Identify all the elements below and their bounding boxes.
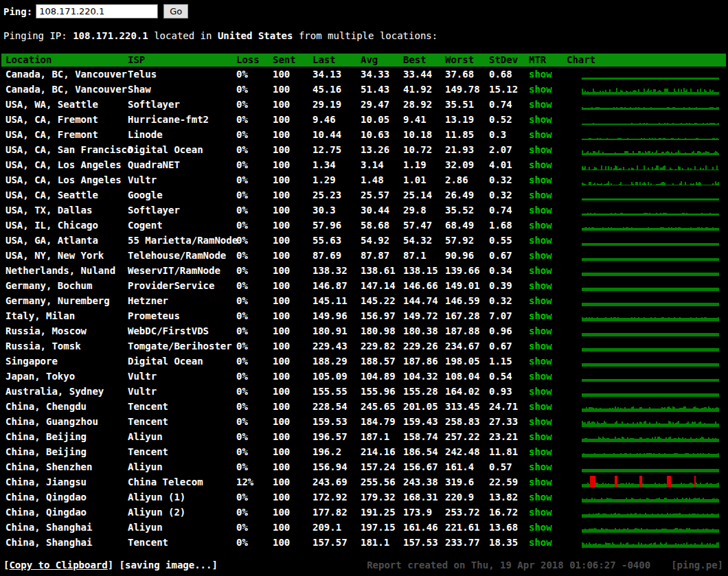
mtr-show-link[interactable]: show <box>529 492 552 503</box>
copy-to-clipboard-link[interactable]: [Copy to Clipboard] <box>3 560 113 571</box>
cell-stdev: 0.67 <box>489 248 529 263</box>
table-row: China, Qingdao Aliyun (2) 0% 100 177.82 … <box>1 505 726 520</box>
cell-last: 45.16 <box>312 82 361 97</box>
cell-loss: 0% <box>236 82 273 97</box>
cell-isp: Softlayer <box>128 203 236 218</box>
intro-mid: located in <box>148 30 218 41</box>
cell-loss: 0% <box>236 354 273 369</box>
mtr-show-link[interactable]: show <box>529 99 552 110</box>
mtr-show-link[interactable]: show <box>529 280 552 291</box>
cell-last: 105.09 <box>312 369 361 384</box>
mtr-show-link[interactable]: show <box>529 476 552 487</box>
cell-isp: Linode <box>128 127 236 142</box>
mtr-show-link[interactable]: show <box>529 265 552 276</box>
cell-loss: 0% <box>236 535 273 550</box>
mtr-show-link[interactable]: show <box>529 522 552 533</box>
cell-isp: 55 Marietta/RamNode <box>128 233 236 248</box>
table-row: China, Beijing Aliyun 0% 100 196.57 187.… <box>1 429 726 444</box>
mtr-show-link[interactable]: show <box>529 295 552 306</box>
latency-sparkline <box>582 279 719 291</box>
cell-location: Germany, Bochum <box>5 278 128 293</box>
mtr-show-link[interactable]: show <box>529 401 552 412</box>
cell-best: 138.15 <box>403 263 445 278</box>
cell-isp: ProviderService <box>128 278 236 293</box>
cell-location: China, Shanghai <box>5 535 128 550</box>
cell-loss: 0% <box>236 248 273 263</box>
mtr-show-link[interactable]: show <box>529 446 552 457</box>
cell-sent: 100 <box>273 489 312 505</box>
cell-best: 186.54 <box>403 444 445 459</box>
mtr-show-link[interactable]: show <box>529 325 552 336</box>
cell-stdev: 1.68 <box>489 218 529 233</box>
cell-isp: Vultr <box>128 384 236 399</box>
cell-best: 156.67 <box>403 459 445 474</box>
mtr-show-link[interactable]: show <box>529 537 552 548</box>
latency-sparkline <box>582 324 719 336</box>
cell-worst: 35.52 <box>445 203 489 218</box>
cell-stdev: 0.39 <box>489 278 529 293</box>
cell-stdev: 0.68 <box>489 67 529 82</box>
cell-worst: 187.88 <box>445 323 489 338</box>
mtr-show-link[interactable]: show <box>529 341 552 352</box>
mtr-show-link[interactable]: show <box>529 189 552 200</box>
mtr-show-link[interactable]: show <box>529 84 552 95</box>
cell-loss: 0% <box>236 520 273 535</box>
go-button[interactable]: Go <box>163 4 188 19</box>
mtr-show-link[interactable]: show <box>529 69 552 80</box>
mtr-show-link[interactable]: show <box>529 144 552 155</box>
ping-ip-input[interactable] <box>36 4 158 19</box>
cell-isp: Hetzner <box>128 293 236 308</box>
cell-stdev: 4.01 <box>489 157 529 172</box>
mtr-show-link[interactable]: show <box>529 356 552 367</box>
cell-location: China, Guangzhou <box>5 414 128 429</box>
cell-location: Canada, BC, Vancouver <box>5 82 128 97</box>
cell-avg: 138.61 <box>361 263 403 278</box>
mtr-show-link[interactable]: show <box>529 129 552 140</box>
cell-best: 173.9 <box>403 505 445 520</box>
mtr-show-link[interactable]: show <box>529 461 552 472</box>
table-row: China, Guangzhou Tencent 0% 100 159.53 1… <box>1 414 726 429</box>
cell-location: China, Chengdu <box>5 399 128 414</box>
cell-last: 172.92 <box>312 489 361 505</box>
cell-avg: 145.22 <box>361 293 403 308</box>
cell-last: 1.29 <box>312 172 361 187</box>
mtr-show-link[interactable]: show <box>529 235 552 246</box>
cell-location: Russia, Moscow <box>5 323 128 338</box>
latency-sparkline <box>582 158 719 170</box>
latency-sparkline <box>582 535 719 548</box>
table-row: Australia, Sydney Vultr 0% 100 155.55 15… <box>1 384 726 399</box>
cell-worst: 13.19 <box>445 112 489 127</box>
cell-loss: 0% <box>236 338 273 354</box>
latency-sparkline <box>582 490 719 503</box>
cell-avg: 30.44 <box>361 203 403 218</box>
mtr-show-link[interactable]: show <box>529 386 552 397</box>
mtr-show-link[interactable]: show <box>529 431 552 442</box>
table-row: Italy, Milan Prometeus 0% 100 149.96 156… <box>1 308 726 323</box>
mtr-show-link[interactable]: show <box>529 205 552 216</box>
mtr-show-link[interactable]: show <box>529 371 552 382</box>
mtr-show-link[interactable]: show <box>529 159 552 170</box>
cell-worst: 68.49 <box>445 218 489 233</box>
mtr-show-link[interactable]: show <box>529 174 552 185</box>
cell-best: 144.74 <box>403 293 445 308</box>
cell-worst: 233.77 <box>445 535 489 550</box>
cell-stdev: 24.71 <box>489 399 529 414</box>
header-loss: Loss <box>236 54 273 67</box>
cell-loss: 0% <box>236 203 273 218</box>
mtr-show-link[interactable]: show <box>529 250 552 261</box>
mtr-show-link[interactable]: show <box>529 114 552 125</box>
cell-sent: 100 <box>273 263 312 278</box>
cell-sent: 100 <box>273 338 312 354</box>
cell-stdev: 7.07 <box>489 308 529 323</box>
cell-avg: 197.15 <box>361 520 403 535</box>
intro-line: Pinging IP: 108.171.220.1 located in Uni… <box>3 30 728 41</box>
mtr-show-link[interactable]: show <box>529 416 552 427</box>
mtr-show-link[interactable]: show <box>529 507 552 518</box>
cell-loss: 0% <box>236 157 273 172</box>
latency-sparkline <box>582 249 719 261</box>
mtr-show-link[interactable]: show <box>529 220 552 231</box>
cell-last: 229.43 <box>312 338 361 354</box>
latency-sparkline <box>582 445 719 457</box>
mtr-show-link[interactable]: show <box>529 310 552 321</box>
cell-isp: Aliyun <box>128 520 236 535</box>
